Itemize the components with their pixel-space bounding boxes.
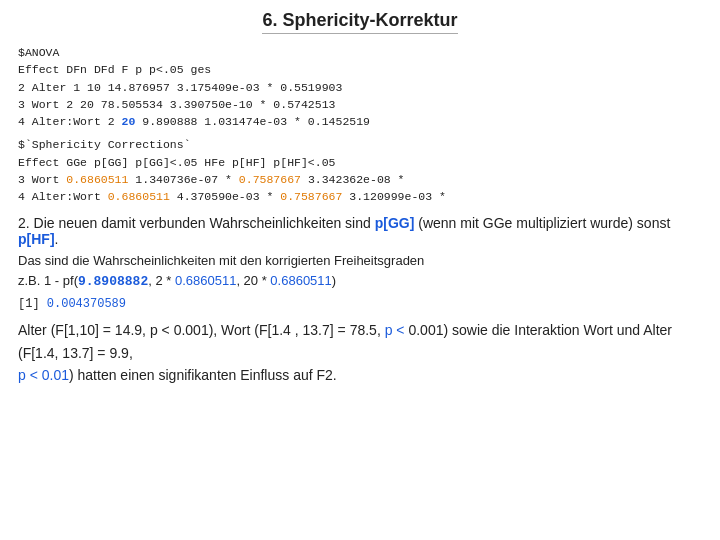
conclusion-para: Alter (F[1,10] = 14.9, p < 0.001), Wort … (18, 319, 702, 386)
title-text: 6. Sphericity-Korrektur (262, 10, 457, 34)
sphericity-output: $`Sphericity Corrections` Effect GGe p[G… (18, 136, 702, 205)
description-para: Das sind die Wahrscheinlichkeiten mit de… (18, 251, 702, 291)
anova-row-2: 2 Alter 1 10 14.876957 3.175409e-03 * 0.… (18, 79, 702, 96)
anova-output: $ANOVA Effect DFn DFd F p p<.05 ges 2 Al… (18, 44, 702, 130)
section2-label: 2. Die neuen damit verbunden Wahrscheinl… (18, 215, 702, 247)
slide-title: 6. Sphericity-Korrektur (18, 10, 702, 34)
sphericity-row-4: 4 Alter:Wort 0.6860511 4.370590e-03 * 0.… (18, 188, 702, 205)
anova-row-3: 3 Wort 2 20 78.505534 3.390750e-10 * 0.5… (18, 96, 702, 113)
sphericity-row-3: 3 Wort 0.6860511 1.340736e-07 * 0.758766… (18, 171, 702, 188)
sphericity-header: $`Sphericity Corrections` (18, 136, 702, 153)
anova-header-label: $ANOVA (18, 44, 702, 61)
result-line: [1] 0.004370589 (18, 297, 702, 311)
anova-row-4: 4 Alter:Wort 2 20 9.890888 1.031474e-03 … (18, 113, 702, 130)
sphericity-col-headers: Effect GGe p[GG] p[GG]<.05 HFe p[HF] p[H… (18, 154, 702, 171)
anova-col-headers: Effect DFn DFd F p p<.05 ges (18, 61, 702, 78)
